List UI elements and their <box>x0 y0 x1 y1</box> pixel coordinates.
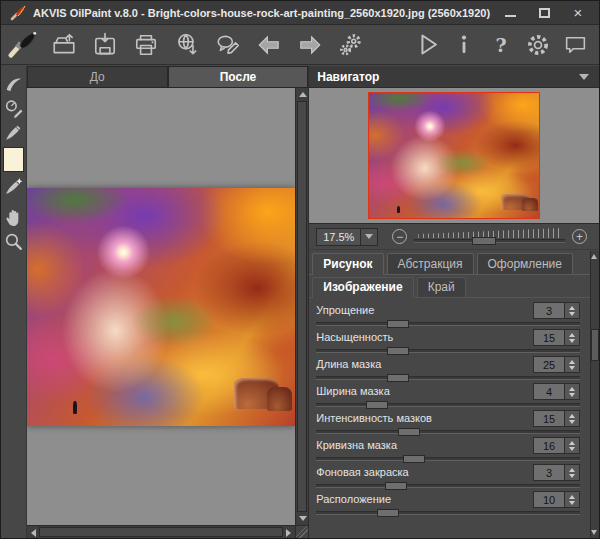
param-spinner[interactable] <box>565 410 580 427</box>
param-slider[interactable] <box>316 430 580 434</box>
open-button[interactable] <box>50 30 78 60</box>
param-value-field[interactable]: 10 <box>533 491 565 508</box>
canvas-horizontal-scrollbar[interactable] <box>27 525 295 538</box>
navigator-thumbnail[interactable] <box>368 92 540 219</box>
param-spinner[interactable] <box>565 356 580 373</box>
tab-risunok[interactable]: Рисунок <box>312 253 383 275</box>
run-button[interactable] <box>413 30 441 60</box>
import-web-button[interactable] <box>173 30 201 60</box>
param-spinner[interactable] <box>565 491 580 508</box>
param-slider-thumb[interactable] <box>385 482 407 490</box>
param-slider[interactable] <box>316 349 580 353</box>
param-spinner[interactable] <box>565 437 580 454</box>
tab-after[interactable]: После <box>168 66 309 87</box>
param-value-field[interactable]: 4 <box>533 383 565 400</box>
save-button[interactable] <box>91 30 119 60</box>
param-slider-thumb[interactable] <box>398 428 420 436</box>
vertical-scroll-thumb[interactable] <box>297 101 307 512</box>
navigator-collapse-icon[interactable] <box>579 74 589 80</box>
param-slider[interactable] <box>316 403 580 407</box>
spinner-down-icon[interactable] <box>569 366 575 370</box>
param-slider-thumb[interactable] <box>377 509 399 517</box>
preferences-button[interactable] <box>524 30 552 60</box>
param-spinner[interactable] <box>565 464 580 481</box>
param-value-field[interactable]: 3 <box>533 464 565 481</box>
smudge-brush-tool[interactable] <box>1 175 26 198</box>
scroll-left-icon[interactable] <box>31 529 36 537</box>
minimize-button[interactable] <box>495 4 525 22</box>
param-slider-thumb[interactable] <box>387 320 409 328</box>
spinner-down-icon[interactable] <box>569 447 575 451</box>
spinner-down-icon[interactable] <box>569 474 575 478</box>
spinner-up-icon[interactable] <box>569 495 575 499</box>
param-value-field[interactable]: 3 <box>533 302 565 319</box>
info-button[interactable] <box>450 30 478 60</box>
tab-oformlenie[interactable]: Оформление <box>477 253 573 274</box>
scroll-down-icon[interactable] <box>591 530 597 535</box>
zoom-value-box[interactable]: 17.5% <box>316 228 361 246</box>
spinner-up-icon[interactable] <box>569 387 575 391</box>
param-slider-thumb[interactable] <box>387 374 409 382</box>
subtab-izobrazhenie[interactable]: Изображение <box>312 277 413 298</box>
color-swatch[interactable] <box>3 147 24 172</box>
spinner-up-icon[interactable] <box>569 333 575 337</box>
param-slider[interactable] <box>316 322 580 326</box>
param-value-field[interactable]: 16 <box>533 437 565 454</box>
zoom-dropdown-button[interactable] <box>361 228 378 246</box>
param-value-field[interactable]: 25 <box>533 356 565 373</box>
settings-scrollbar[interactable] <box>590 251 599 538</box>
scroll-up-icon[interactable] <box>591 254 597 259</box>
help-button[interactable]: ? <box>487 30 515 60</box>
hand-tool[interactable] <box>1 206 26 229</box>
subtab-krai[interactable]: Край <box>417 277 466 297</box>
maximize-button[interactable] <box>529 4 559 22</box>
param-spinner[interactable] <box>565 302 580 319</box>
param-slider[interactable] <box>316 484 580 488</box>
image-canvas[interactable] <box>27 88 295 525</box>
feedback-button[interactable] <box>561 30 589 60</box>
scroll-up-icon[interactable] <box>299 92 307 97</box>
canvas-vertical-scrollbar[interactable] <box>295 88 308 525</box>
print-button[interactable] <box>132 30 160 60</box>
redo-button[interactable] <box>296 30 324 60</box>
tab-before[interactable]: До <box>27 66 168 87</box>
horizontal-scroll-thumb[interactable] <box>39 527 283 537</box>
scroll-right-icon[interactable] <box>286 529 291 537</box>
spinner-down-icon[interactable] <box>569 501 575 505</box>
quick-preview-tool[interactable] <box>1 73 26 96</box>
batch-button[interactable] <box>337 30 365 60</box>
stroke-direction-tool[interactable] <box>1 97 26 120</box>
zoom-out-button[interactable]: − <box>392 229 407 244</box>
spinner-up-icon[interactable] <box>569 306 575 310</box>
tab-abstrakcia[interactable]: Абстракция <box>387 253 474 274</box>
param-slider[interactable] <box>316 376 580 380</box>
settings-scroll-thumb[interactable] <box>591 329 599 361</box>
spinner-up-icon[interactable] <box>569 414 575 418</box>
param-slider[interactable] <box>316 511 580 515</box>
param-value-field[interactable]: 15 <box>533 410 565 427</box>
spinner-down-icon[interactable] <box>569 312 575 316</box>
spinner-down-icon[interactable] <box>569 339 575 343</box>
logo-brush-button[interactable] <box>9 30 37 60</box>
param-spinner[interactable] <box>565 329 580 346</box>
spinner-up-icon[interactable] <box>569 468 575 472</box>
param-spinner[interactable] <box>565 383 580 400</box>
zoom-in-button[interactable]: + <box>572 229 587 244</box>
spinner-up-icon[interactable] <box>569 441 575 445</box>
spinner-down-icon[interactable] <box>569 420 575 424</box>
zoom-slider-thumb[interactable] <box>472 237 496 245</box>
spinner-down-icon[interactable] <box>569 393 575 397</box>
param-slider-thumb[interactable] <box>366 401 388 409</box>
close-button[interactable]: × <box>563 4 593 22</box>
zoom-tool[interactable] <box>1 230 26 253</box>
zoom-slider[interactable] <box>414 228 565 245</box>
undo-button[interactable] <box>255 30 283 60</box>
param-slider-thumb[interactable] <box>403 455 425 463</box>
share-button[interactable] <box>214 30 242 60</box>
param-value-field[interactable]: 15 <box>533 329 565 346</box>
param-slider[interactable] <box>316 457 580 461</box>
spinner-up-icon[interactable] <box>569 360 575 364</box>
navigator-viewport[interactable] <box>309 88 599 224</box>
scroll-down-icon[interactable] <box>299 516 307 521</box>
history-brush-tool[interactable] <box>1 121 26 144</box>
